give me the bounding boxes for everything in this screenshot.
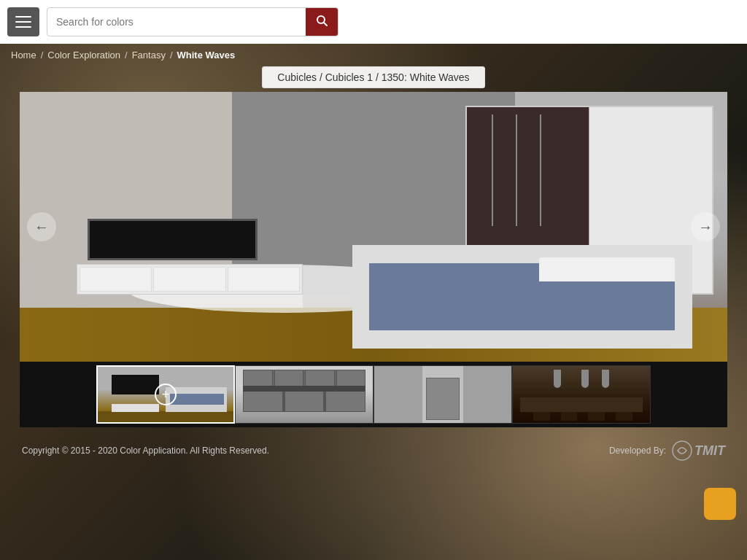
menu-button[interactable] bbox=[7, 7, 39, 36]
thumbnail-3[interactable] bbox=[374, 365, 512, 424]
thumb-4-scene bbox=[513, 366, 650, 423]
breadcrumb-color-exploration[interactable]: Color Exploration bbox=[47, 50, 120, 61]
breadcrumb-fantasy[interactable]: Fantasy bbox=[132, 50, 166, 61]
footer-developer: Developed By: TMIT bbox=[609, 440, 725, 461]
thumbnail-1[interactable]: + bbox=[96, 365, 235, 424]
bed-pillow bbox=[539, 257, 675, 281]
menu-icon-line bbox=[15, 26, 31, 28]
tmit-text: TMIT bbox=[694, 443, 725, 459]
main-viewer-wrapper: ← → + bbox=[0, 92, 747, 427]
breadcrumb: Home / Color Exploration / Fantasy / Whi… bbox=[0, 44, 747, 66]
main-viewer: ← → bbox=[20, 92, 727, 362]
search-button[interactable] bbox=[306, 8, 338, 36]
thumb-1-overlay: + bbox=[155, 384, 177, 405]
thumbnail-2[interactable] bbox=[235, 365, 374, 424]
hanger-2 bbox=[516, 114, 517, 226]
breadcrumb-white-waves: White Waves bbox=[177, 50, 236, 61]
thumb-2-scene bbox=[236, 366, 373, 423]
tv-cabinet-door-1 bbox=[80, 267, 152, 291]
bed bbox=[352, 227, 692, 349]
dining-pendant-2 bbox=[581, 370, 589, 388]
thumb-3-scene bbox=[374, 366, 511, 423]
room-scene bbox=[20, 92, 727, 362]
footer-copyright: Copyright © 2015 - 2020 Color Applicatio… bbox=[22, 446, 269, 456]
dining-table bbox=[520, 397, 643, 412]
dining-pendant-3 bbox=[602, 370, 609, 388]
hanger-1 bbox=[492, 114, 493, 226]
search-input[interactable] bbox=[47, 10, 306, 34]
svg-line-1 bbox=[324, 23, 327, 26]
tmit-logo-svg bbox=[672, 440, 692, 461]
menu-icon-line bbox=[15, 21, 31, 23]
breadcrumb-sep-3: / bbox=[170, 50, 173, 61]
tmit-logo: TMIT bbox=[672, 440, 725, 461]
tv-cabinet bbox=[77, 264, 303, 294]
thumbnail-4[interactable] bbox=[512, 365, 651, 424]
breadcrumb-sep-1: / bbox=[41, 50, 44, 61]
tv-cabinet-door-3 bbox=[228, 267, 300, 291]
menu-icon-line bbox=[15, 16, 31, 18]
breadcrumb-home[interactable]: Home bbox=[11, 50, 36, 61]
grid-button[interactable] bbox=[704, 488, 736, 520]
next-button[interactable]: → bbox=[691, 212, 720, 241]
tv-cabinet-door-2 bbox=[153, 267, 225, 291]
tv-screen bbox=[88, 219, 258, 260]
search-container bbox=[47, 7, 338, 36]
header bbox=[0, 0, 747, 44]
search-icon bbox=[316, 15, 328, 29]
image-label-box: Cubicles / Cubicles 1 / 1350: White Wave… bbox=[262, 66, 484, 88]
kitchen-counter bbox=[243, 390, 365, 412]
developed-by-label: Developed By: bbox=[609, 446, 666, 456]
tv-unit bbox=[77, 219, 303, 295]
dining-pendant-1 bbox=[554, 370, 561, 388]
svg-point-2 bbox=[673, 441, 692, 460]
footer: Copyright © 2015 - 2020 Color Applicatio… bbox=[0, 435, 747, 467]
main-image bbox=[20, 92, 727, 362]
image-label-container: Cubicles / Cubicles 1 / 1350: White Wave… bbox=[0, 66, 747, 88]
breadcrumb-sep-2: / bbox=[125, 50, 128, 61]
thumbnail-strip: + bbox=[20, 362, 727, 427]
prev-button[interactable]: ← bbox=[27, 212, 56, 241]
hanger-3 bbox=[540, 114, 541, 226]
